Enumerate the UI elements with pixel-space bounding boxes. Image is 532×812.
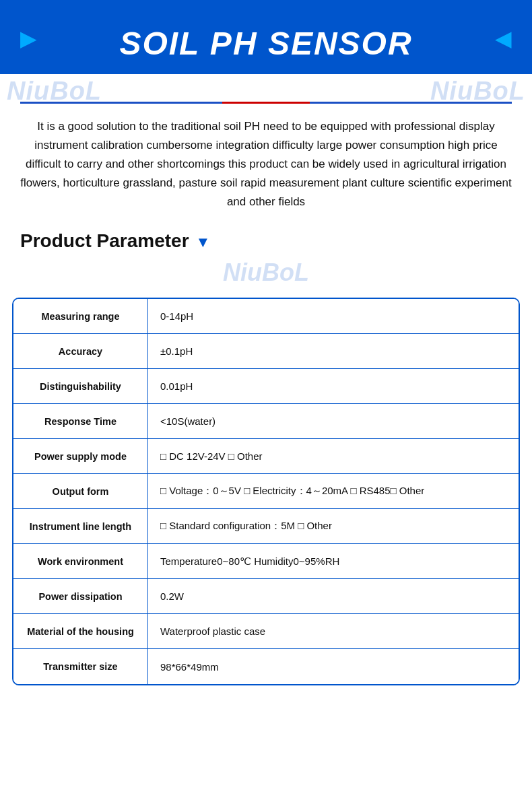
param-value: □ Voltage：0～5V □ Electricity：4～20mA □ RS… bbox=[148, 474, 519, 508]
parameter-table: Measuring range0-14pHAccuracy±0.1pHDisti… bbox=[12, 298, 520, 685]
param-value: Temperature0~80℃ Humidity0~95%RH bbox=[148, 544, 519, 578]
right-arrow-icon: ◀ bbox=[495, 26, 512, 51]
product-description: It is a good solution to the traditional… bbox=[0, 104, 532, 218]
param-label: Power supply mode bbox=[13, 439, 148, 473]
param-value: 98*66*49mm bbox=[148, 649, 519, 684]
param-value: □ Standard configuration：5M □ Other bbox=[148, 509, 519, 543]
param-value: 0.01pH bbox=[148, 369, 519, 403]
page-title: SOIL PH SENSOR bbox=[119, 25, 412, 62]
table-row: Work environmentTemperature0~80℃ Humidit… bbox=[13, 544, 519, 579]
header-section: ▶ SOIL PH SENSOR ◀ bbox=[0, 0, 532, 74]
param-label: Transmitter size bbox=[13, 649, 148, 684]
section-arrow-icon: ▼ bbox=[196, 234, 211, 251]
table-row: Power supply mode□ DC 12V-24V □ Other bbox=[13, 439, 519, 474]
left-arrow-icon: ▶ bbox=[20, 26, 37, 51]
param-value: 0-14pH bbox=[148, 299, 519, 333]
table-row: Transmitter size98*66*49mm bbox=[13, 649, 519, 684]
section-header: Product Parameter ▼ bbox=[0, 218, 532, 259]
section-watermark: NiuBoL bbox=[0, 259, 532, 291]
section-title: Product Parameter bbox=[20, 230, 189, 252]
table-row: Response Time<10S(water) bbox=[13, 404, 519, 439]
table-row: Distinguishability0.01pH bbox=[13, 369, 519, 404]
param-label: Material of the housing bbox=[13, 614, 148, 648]
param-label: Instrument line length bbox=[13, 509, 148, 543]
param-label: Power dissipation bbox=[13, 579, 148, 613]
table-row: Material of the housingWaterproof plasti… bbox=[13, 614, 519, 649]
param-label: Response Time bbox=[13, 404, 148, 438]
param-value: Waterproof plastic case bbox=[148, 614, 519, 648]
param-label: Output form bbox=[13, 474, 148, 508]
table-row: Output form□ Voltage：0～5V □ Electricity：… bbox=[13, 474, 519, 509]
param-value: <10S(water) bbox=[148, 404, 519, 438]
table-row: Instrument line length□ Standard configu… bbox=[13, 509, 519, 544]
param-label: Accuracy bbox=[13, 334, 148, 368]
table-row: Measuring range0-14pH bbox=[13, 299, 519, 334]
param-value: □ DC 12V-24V □ Other bbox=[148, 439, 519, 473]
param-value: ±0.1pH bbox=[148, 334, 519, 368]
table-row: Accuracy±0.1pH bbox=[13, 334, 519, 369]
param-label: Work environment bbox=[13, 544, 148, 578]
param-label: Distinguishability bbox=[13, 369, 148, 403]
table-row: Power dissipation0.2W bbox=[13, 579, 519, 614]
param-label: Measuring range bbox=[13, 299, 148, 333]
param-value: 0.2W bbox=[148, 579, 519, 613]
